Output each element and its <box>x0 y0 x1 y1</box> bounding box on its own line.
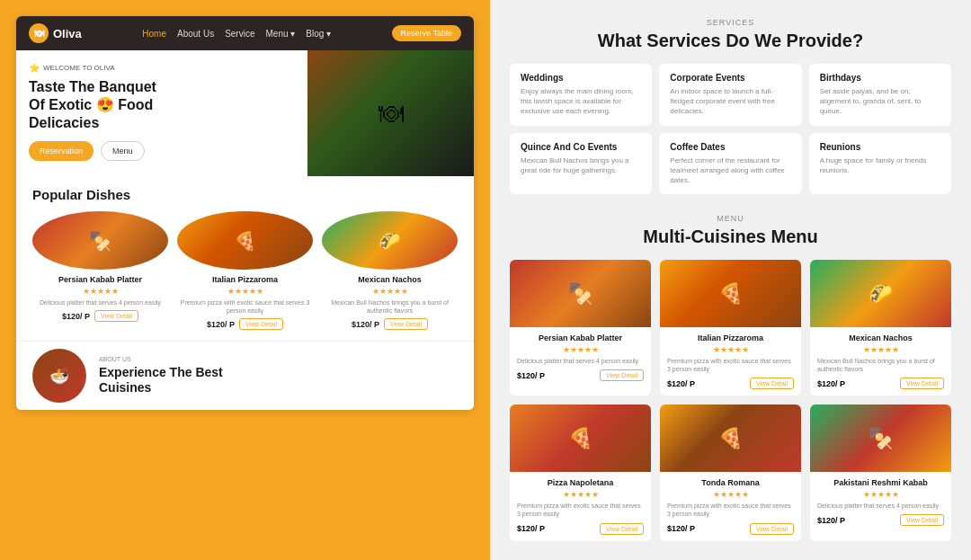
dish-stars-2: ★★★★★ <box>322 287 458 296</box>
service-card-3: Quince And Co Events Mexican Bull Nachos… <box>510 133 652 195</box>
website-mockup: 🍽 Oliva Home About Us Service Menu ▾ Blo… <box>16 16 474 410</box>
dish-footer-1: $120/ P View Detail <box>177 318 313 330</box>
menu-footer-0: $120/ P View Detail <box>517 369 644 381</box>
menu-card-0: 🍢 Persian Kabab Platter ★★★★★ Delicious … <box>510 260 651 396</box>
menu-footer-3: $120/ P View Detail <box>517 523 644 535</box>
hero-welcome: ⭐ WELCOME TO OLIVA <box>29 63 295 73</box>
menu-name-5: Pakistani Reshmi Kabab <box>817 478 944 487</box>
nav-cta-button[interactable]: Reserve Table <box>392 25 461 41</box>
dish-photo-0: 🍢 <box>32 211 168 270</box>
menu-card-3: 🍕 Pizza Napoletana ★★★★★ Premium pizza w… <box>510 404 651 540</box>
service-title-2: Birthdays <box>820 73 940 83</box>
menu-desc-5: Delicious platter that serves 4 person e… <box>817 502 944 510</box>
dish-detail-btn-2[interactable]: View Detail <box>384 318 428 330</box>
menu-btn-0[interactable]: View Detail <box>600 369 644 381</box>
menu-card-2: 🌮 Mexican Nachos ★★★★★ Mexican Bull Nach… <box>810 260 951 396</box>
dish-img-2: 🌮 <box>322 211 458 270</box>
service-desc-1: An indoor space to launch a full-fledged… <box>670 86 790 117</box>
menu-body-1: Italian Pizzaroma ★★★★★ Premium pizza wi… <box>660 327 801 396</box>
service-title-4: Coffee Dates <box>670 142 790 152</box>
popular-section: Popular Dishes 🍢 Persian Kabab Platter ★… <box>16 176 474 341</box>
menu-stars-0: ★★★★★ <box>517 345 644 354</box>
menu-body-0: Persian Kabab Platter ★★★★★ Delicious pl… <box>510 327 651 387</box>
service-desc-3: Mexican Bull Nachos brings you a great r… <box>521 156 641 175</box>
dish-photo-2: 🌮 <box>322 211 458 270</box>
menu-price-4: $120/ P <box>667 524 695 533</box>
menu-stars-5: ★★★★★ <box>817 490 944 499</box>
service-card-4: Coffee Dates Perfect corner of the resta… <box>659 133 801 195</box>
service-card-0: Weddings Enjoy always the main dining ro… <box>510 64 652 126</box>
menu-name-2: Mexican Nachos <box>817 333 944 342</box>
dish-price-1: $120/ P <box>207 320 235 329</box>
navbar: 🍽 Oliva Home About Us Service Menu ▾ Blo… <box>16 16 474 50</box>
about-title: Experience The Best Cuisines <box>99 365 458 396</box>
dish-footer-0: $120/ P View Detail <box>32 310 168 322</box>
services-section: SERVICES What Services Do We Provide? We… <box>510 18 951 194</box>
left-panel: 🍽 Oliva Home About Us Service Menu ▾ Blo… <box>0 0 490 560</box>
services-label: SERVICES <box>510 18 951 27</box>
hero-section: ⭐ WELCOME TO OLIVA Taste The Banquet Of … <box>16 50 474 176</box>
reservation-button[interactable]: Reservation <box>29 141 94 161</box>
dish-photo-1: 🍕 <box>177 211 313 270</box>
service-title-0: Weddings <box>521 73 641 83</box>
menu-img-5: 🍢 <box>810 404 951 472</box>
menu-price-3: $120/ P <box>517 524 545 533</box>
menu-btn-2[interactable]: View Detail <box>900 378 944 389</box>
nav-home[interactable]: Home <box>142 29 166 39</box>
hero-buttons: Reservation Menu <box>29 141 295 161</box>
service-desc-5: A huge space for family or friends reuni… <box>820 156 940 175</box>
nav-about[interactable]: About Us <box>177 29 214 39</box>
menu-grid: 🍢 Persian Kabab Platter ★★★★★ Delicious … <box>510 260 951 540</box>
dish-desc-2: Mexican Bull Nachos brings you a burst o… <box>322 298 458 315</box>
menu-btn-3[interactable]: View Detail <box>600 523 644 535</box>
service-card-1: Corporate Events An indoor space to laun… <box>659 64 801 126</box>
nav-blog[interactable]: Blog ▾ <box>306 29 331 39</box>
dish-footer-2: $120/ P View Detail <box>322 318 458 330</box>
about-label: ABOUT US <box>99 356 458 362</box>
dish-card-0: 🍢 Persian Kabab Platter ★★★★★ Delicious … <box>32 211 168 330</box>
dishes-grid: 🍢 Persian Kabab Platter ★★★★★ Delicious … <box>32 211 458 330</box>
menu-desc-1: Premium pizza with exotic sauce that ser… <box>667 357 794 373</box>
dish-detail-btn-1[interactable]: View Detail <box>239 318 283 330</box>
menu-stars-2: ★★★★★ <box>817 345 944 354</box>
menu-desc-0: Delicious platter that serves 4 person e… <box>517 357 644 365</box>
dish-name-1: Italian Pizzaroma <box>177 275 313 284</box>
dish-price-2: $120/ P <box>352 320 379 329</box>
menu-btn-5[interactable]: View Detail <box>900 514 944 526</box>
nav-service[interactable]: Service <box>225 29 254 39</box>
services-heading: What Services Do We Provide? <box>510 31 951 51</box>
menu-name-3: Pizza Napoletana <box>517 478 644 487</box>
dish-detail-btn-0[interactable]: View Detail <box>94 310 138 322</box>
service-title-5: Reunions <box>820 142 940 152</box>
menu-btn-1[interactable]: View Detail <box>750 378 794 389</box>
hero-left: ⭐ WELCOME TO OLIVA Taste The Banquet Of … <box>16 50 307 176</box>
menu-label: MENU <box>510 214 951 223</box>
menu-button[interactable]: Menu <box>101 141 145 161</box>
menu-body-4: Tonda Romana ★★★★★ Premium pizza with ex… <box>660 472 801 540</box>
dish-desc-0: Delicious platter that serves 4 person e… <box>32 298 168 307</box>
menu-desc-3: Premium pizza with exotic sauce that ser… <box>517 502 644 518</box>
dish-name-0: Persian Kabab Platter <box>32 275 168 284</box>
nav-menu[interactable]: Menu ▾ <box>266 29 296 39</box>
menu-footer-5: $120/ P View Detail <box>817 514 944 526</box>
about-strip: 🍜 ABOUT US Experience The Best Cuisines <box>16 341 474 410</box>
menu-price-1: $120/ P <box>667 379 695 388</box>
dish-name-2: Mexican Nachos <box>322 275 458 284</box>
menu-name-0: Persian Kabab Platter <box>517 333 644 342</box>
dish-stars-0: ★★★★★ <box>32 287 168 296</box>
menu-img-3: 🍕 <box>510 404 651 472</box>
nav-links: Home About Us Service Menu ▾ Blog ▾ <box>142 29 331 39</box>
menu-footer-1: $120/ P View Detail <box>667 378 794 389</box>
menu-name-1: Italian Pizzaroma <box>667 333 794 342</box>
menu-body-5: Pakistani Reshmi Kabab ★★★★★ Delicious p… <box>810 472 951 532</box>
dish-stars-1: ★★★★★ <box>177 287 313 296</box>
hero-title: Taste The Banquet Of Exotic 😍 Food Delic… <box>29 78 295 132</box>
about-text: ABOUT US Experience The Best Cuisines <box>99 356 458 396</box>
service-card-2: Birthdays Set aside palyas, and be on, a… <box>809 64 951 126</box>
hero-image: 🍽 <box>307 50 474 176</box>
menu-desc-4: Premium pizza with exotic sauce that ser… <box>667 502 794 518</box>
menu-footer-2: $120/ P View Detail <box>817 378 944 389</box>
menu-btn-4[interactable]: View Detail <box>750 523 794 535</box>
popular-title: Popular Dishes <box>32 187 458 202</box>
menu-desc-2: Mexican Bull Nachos brings you a burst o… <box>817 357 944 373</box>
